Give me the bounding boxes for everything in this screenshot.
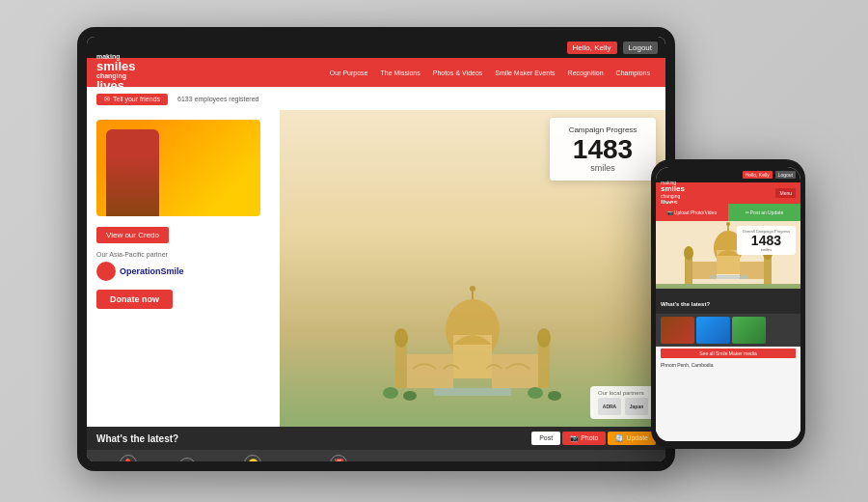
tablet-screen: Hello, Kelly Logout making smiles changi…: [87, 37, 665, 461]
phone-see-all-button[interactable]: See all Smile Maker media: [661, 349, 796, 358]
phone-greeting: Hello, Kelly: [743, 171, 773, 179]
svg-rect-26: [709, 275, 747, 279]
tablet-topbar: Hello, Kelly Logout: [87, 37, 665, 58]
phone-taj-image: Overall Campaign Progress 1483 smiles: [656, 221, 800, 289]
svg-point-2: [470, 286, 475, 292]
partner-adra: ADRA: [598, 398, 621, 415]
svg-rect-8: [407, 354, 453, 388]
phone-feed-images: [656, 314, 800, 347]
main-scene: Hello, Kelly Logout making smiles changi…: [0, 0, 868, 502]
tablet-left-panel: View our Credo Our Asia-Pacific partner …: [87, 110, 280, 427]
campaign-smiles-label: smiles: [561, 163, 644, 173]
tablet-nav-items: Our Purpose The Missions Photos & Videos…: [324, 66, 656, 80]
nav-item-purpose[interactable]: Our Purpose: [324, 66, 374, 80]
phone-logo-smiles: smiles: [661, 185, 685, 193]
phone-latest-title: What's the latest?: [661, 301, 710, 307]
phone-upload-button[interactable]: 📷 Upload Photo/Video: [656, 204, 728, 221]
phone-latest-bar: What's the latest?: [656, 289, 800, 314]
phone-logo: making smiles changing lives: [661, 180, 685, 207]
nav-item-smilemaker[interactable]: Smile Maker Events: [489, 66, 560, 80]
nav-item-champions[interactable]: Champions: [610, 66, 656, 80]
nav-item-recognition[interactable]: Recognition: [562, 66, 610, 80]
hero-child-figure: [106, 129, 159, 216]
phone-thumb-3: [732, 317, 766, 344]
hero-image: [96, 120, 260, 216]
campaign-number: 1483: [561, 136, 644, 163]
feed-item-3: 😊 We had 5,981 registrations in: [215, 455, 290, 462]
partner-logos: ADRA Japan: [598, 398, 648, 415]
svg-point-14: [548, 391, 561, 401]
tablet-content: View our Credo Our Asia-Pacific partner …: [87, 110, 665, 427]
phone-campaign-number: 1483: [743, 234, 790, 247]
taj-background: Campaign Progress 1483 smiles Our local …: [280, 110, 665, 427]
phone-campaign-box: Overall Campaign Progress 1483 smiles: [737, 226, 796, 255]
tab-photo[interactable]: 📷 Photo: [562, 432, 606, 445]
phone-thumb-2: [696, 317, 730, 344]
whats-latest-bar: What's the latest? Post 📷 Photo 🔄 Update: [87, 427, 665, 450]
campaign-label: Campaign Progress: [561, 126, 644, 134]
phone-action-bar: 📷 Upload Photo/Video ✏ Post an Update: [656, 204, 800, 221]
partners-label: Our local partners: [598, 390, 648, 396]
feed-item-2: 📷: [178, 458, 196, 462]
tablet-navbar: making smiles changing lives Our Purpose…: [87, 58, 665, 87]
phone-device: Hello, Kelly Logout making smiles changi…: [651, 159, 805, 449]
whats-latest-title: What's the latest?: [96, 433, 178, 444]
partner-japan: Japan: [625, 398, 648, 415]
feed-item-1: 📍 Phnom Penh, Cambodia: [96, 455, 159, 462]
phone-screen: Hello, Kelly Logout making smiles changi…: [656, 167, 800, 441]
taj-mahal-illustration: [338, 282, 608, 407]
feed-icon-1: 📍: [120, 455, 137, 462]
phone-logout-button[interactable]: Logout: [775, 171, 796, 179]
op-smile-circle-icon: [96, 262, 116, 281]
phone-smiles-label: smiles: [743, 247, 790, 252]
phone-content: Overall Campaign Progress 1483 smiles Wh…: [656, 221, 800, 441]
tab-post[interactable]: Post: [531, 432, 560, 445]
tell-friends-button[interactable]: ✉ Tell your friends: [96, 94, 168, 105]
nav-item-photos[interactable]: Photos & Videos: [427, 66, 489, 80]
phone-menu-button[interactable]: Menu: [775, 188, 796, 198]
tablet-bottom: What's the latest? Post 📷 Photo 🔄 Update…: [87, 427, 665, 461]
post-tabs: Post 📷 Photo 🔄 Update: [531, 432, 656, 445]
asia-partner-label: Our Asia-Pacific partner: [96, 251, 270, 258]
svg-point-13: [528, 387, 543, 399]
update-icon: ✏: [746, 209, 749, 215]
nav-item-missions[interactable]: The Missions: [374, 66, 425, 80]
svg-point-7: [537, 328, 551, 348]
tablet-logo: making smiles changing lives: [96, 53, 174, 92]
svg-rect-10: [434, 388, 511, 396]
tablet-center-panel: Campaign Progress 1483 smiles Our local …: [280, 110, 665, 427]
tablet-feed: 📍 Phnom Penh, Cambodia 📷 😊 We had 5,981 …: [87, 450, 665, 461]
phone-navbar: making smiles changing lives Menu: [656, 182, 800, 204]
feed-icon-4: 📅: [330, 455, 347, 462]
campaign-progress-box: Campaign Progress 1483 smiles: [550, 118, 656, 181]
logo-lives: lives: [96, 79, 174, 92]
svg-point-18: [726, 222, 730, 226]
email-icon: ✉: [104, 96, 110, 103]
view-credo-button[interactable]: View our Credo: [96, 227, 169, 243]
svg-point-21: [684, 246, 693, 260]
logo-smiles: smiles: [96, 60, 174, 72]
svg-rect-9: [492, 354, 538, 388]
tablet-logout-button[interactable]: Logout: [623, 42, 658, 54]
feed-icon-3: 😊: [244, 455, 261, 462]
partners-box: Our local partners ADRA Japan: [590, 386, 656, 419]
phone-location: Phnom Penh, Cambodia: [656, 360, 800, 370]
tell-friends-bar: ✉ Tell your friends 6133 employees regis…: [87, 87, 665, 110]
operation-smile-logo: OperationSmile: [96, 262, 270, 281]
phone-update-button[interactable]: ✏ Post an Update: [728, 204, 800, 221]
donate-button[interactable]: Donate now: [96, 290, 173, 309]
tab-update[interactable]: 🔄 Update: [608, 432, 656, 445]
employees-count: 6133 employees registered: [177, 96, 258, 102]
feed-item-4: 📅 Operation Smile Office: [310, 455, 367, 462]
op-smile-text: OperationSmile: [120, 266, 184, 276]
tablet-device: Hello, Kelly Logout making smiles changi…: [77, 27, 675, 471]
tablet-greeting: Hello, Kelly: [567, 42, 617, 54]
svg-point-5: [394, 328, 408, 348]
feed-icon-2: 📷: [178, 458, 196, 462]
phone-thumb-1: [661, 317, 694, 344]
svg-point-11: [383, 387, 398, 399]
upload-icon: 📷: [667, 209, 673, 215]
svg-point-12: [403, 391, 417, 401]
